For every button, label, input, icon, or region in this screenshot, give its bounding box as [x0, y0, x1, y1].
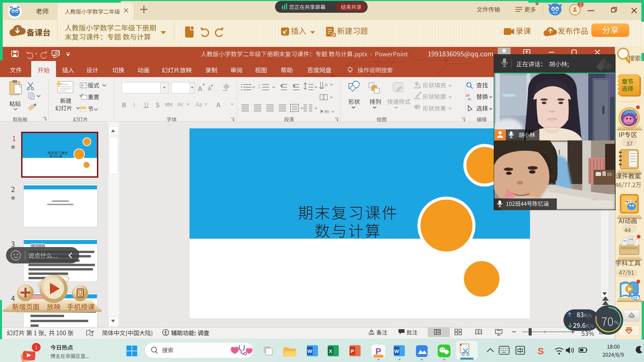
svg-text:2: 2 [259, 86, 260, 89]
svg-text:P: P [351, 348, 354, 354]
svg-text:A: A [325, 82, 328, 87]
svg-text:X: X [329, 348, 332, 354]
svg-text:S: S [538, 346, 544, 356]
svg-text:W: W [394, 348, 399, 354]
svg-text:W: W [307, 348, 312, 354]
